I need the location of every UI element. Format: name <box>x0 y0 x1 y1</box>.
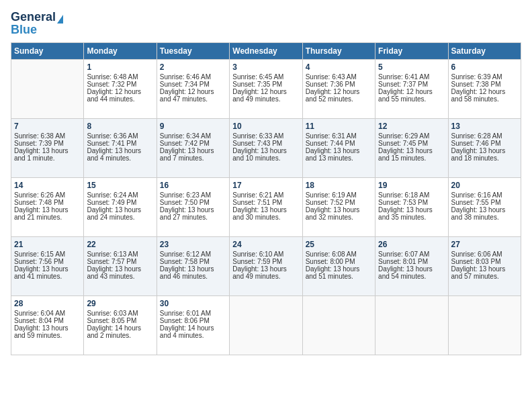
day-info: Sunset: 7:53 PM <box>378 199 445 206</box>
day-number: 15 <box>87 181 153 190</box>
day-info: Sunrise: 6:24 AM <box>87 191 153 199</box>
day-info: Daylight: 13 hours <box>232 147 299 154</box>
calendar-cell <box>448 295 521 355</box>
header-cell-saturday: Saturday <box>448 42 521 59</box>
day-info: and 43 minutes. <box>87 273 153 280</box>
day-info: Sunset: 7:44 PM <box>306 140 372 147</box>
day-number: 10 <box>232 122 299 131</box>
day-number: 7 <box>14 122 81 131</box>
day-info: Sunrise: 6:18 AM <box>378 191 445 199</box>
day-info: Sunset: 7:36 PM <box>306 81 372 88</box>
day-number: 4 <box>306 62 372 72</box>
day-info: Sunset: 7:49 PM <box>87 199 153 206</box>
day-number: 9 <box>160 122 226 131</box>
day-number: 28 <box>14 299 81 308</box>
day-info: Sunset: 7:38 PM <box>451 81 518 88</box>
calendar-cell: 16Sunrise: 6:23 AMSunset: 7:50 PMDayligh… <box>157 177 229 236</box>
day-info: and 49 minutes. <box>232 273 299 280</box>
calendar-cell: 19Sunrise: 6:18 AMSunset: 7:53 PMDayligh… <box>375 177 448 236</box>
calendar-cell: 22Sunrise: 6:13 AMSunset: 7:57 PMDayligh… <box>84 236 157 295</box>
calendar-cell: 4Sunrise: 6:43 AMSunset: 7:36 PMDaylight… <box>302 59 375 118</box>
header-cell-tuesday: Tuesday <box>157 42 229 59</box>
day-info: Daylight: 13 hours <box>160 206 226 214</box>
day-info: and 4 minutes. <box>87 154 153 162</box>
day-info: Sunrise: 6:31 AM <box>306 132 372 140</box>
day-info: Sunset: 7:34 PM <box>160 81 226 88</box>
day-info: and 44 minutes. <box>87 95 153 103</box>
day-number: 3 <box>232 62 299 72</box>
day-info: Daylight: 13 hours <box>378 147 445 154</box>
day-number: 6 <box>451 62 518 72</box>
day-info: and 38 minutes. <box>451 214 518 221</box>
day-info: and 4 minutes. <box>160 332 226 339</box>
day-number: 24 <box>232 240 299 249</box>
day-info: Daylight: 14 hours <box>87 324 153 332</box>
header-cell-friday: Friday <box>375 42 448 59</box>
day-info: Sunset: 7:43 PM <box>232 140 299 147</box>
calendar-cell: 26Sunrise: 6:07 AMSunset: 8:01 PMDayligh… <box>375 236 448 295</box>
day-number: 27 <box>451 240 518 249</box>
header-cell-sunday: Sunday <box>11 42 84 59</box>
header-cell-thursday: Thursday <box>302 42 375 59</box>
day-info: and 46 minutes. <box>160 273 226 280</box>
day-number: 8 <box>87 122 153 131</box>
day-info: Sunrise: 6:07 AM <box>378 250 445 258</box>
day-info: Sunrise: 6:04 AM <box>14 310 81 317</box>
day-info: Sunset: 7:55 PM <box>451 199 518 206</box>
day-info: Daylight: 13 hours <box>306 147 372 154</box>
day-number: 30 <box>160 299 226 308</box>
calendar-cell: 3Sunrise: 6:45 AMSunset: 7:35 PMDaylight… <box>230 59 302 118</box>
logo: General Blue <box>11 11 63 37</box>
day-number: 23 <box>160 240 226 249</box>
logo-blue: Blue <box>11 23 37 37</box>
day-info: and 30 minutes. <box>232 214 299 221</box>
calendar-cell: 6Sunrise: 6:39 AMSunset: 7:38 PMDaylight… <box>448 59 521 118</box>
day-info: Sunset: 7:51 PM <box>232 199 299 206</box>
calendar-cell: 30Sunrise: 6:01 AMSunset: 8:06 PMDayligh… <box>157 295 229 355</box>
calendar-cell: 8Sunrise: 6:36 AMSunset: 7:41 PMDaylight… <box>84 118 157 177</box>
day-number: 26 <box>378 240 445 249</box>
day-info: Sunrise: 6:43 AM <box>306 73 372 81</box>
day-info: Sunrise: 6:34 AM <box>160 132 226 140</box>
calendar-cell: 7Sunrise: 6:38 AMSunset: 7:39 PMDaylight… <box>11 118 84 177</box>
calendar-cell <box>302 295 375 355</box>
calendar-cell: 23Sunrise: 6:12 AMSunset: 7:58 PMDayligh… <box>157 236 229 295</box>
day-info: and 58 minutes. <box>451 95 518 103</box>
calendar-cell: 28Sunrise: 6:04 AMSunset: 8:04 PMDayligh… <box>11 295 84 355</box>
day-info: Sunrise: 6:10 AM <box>232 250 299 258</box>
day-info: Daylight: 12 hours <box>87 88 153 95</box>
day-info: and 35 minutes. <box>378 214 445 221</box>
day-info: Daylight: 12 hours <box>451 88 518 95</box>
calendar-cell: 10Sunrise: 6:33 AMSunset: 7:43 PMDayligh… <box>230 118 302 177</box>
day-info: Daylight: 13 hours <box>14 206 81 214</box>
header-cell-wednesday: Wednesday <box>230 42 302 59</box>
day-info: Sunset: 7:41 PM <box>87 140 153 147</box>
day-info: Daylight: 12 hours <box>160 88 226 95</box>
day-info: Sunrise: 6:16 AM <box>451 191 518 199</box>
calendar-cell: 18Sunrise: 6:19 AMSunset: 7:52 PMDayligh… <box>302 177 375 236</box>
day-info: Daylight: 12 hours <box>232 88 299 95</box>
day-info: and 32 minutes. <box>306 214 372 221</box>
day-info: and 57 minutes. <box>451 273 518 280</box>
day-info: Daylight: 13 hours <box>306 265 372 273</box>
day-number: 11 <box>306 122 372 131</box>
page-header: General Blue <box>11 11 521 37</box>
week-row-4: 21Sunrise: 6:15 AMSunset: 7:56 PMDayligh… <box>11 236 521 295</box>
calendar-cell: 17Sunrise: 6:21 AMSunset: 7:51 PMDayligh… <box>230 177 302 236</box>
day-info: Sunrise: 6:46 AM <box>160 73 226 81</box>
day-info: Sunset: 8:06 PM <box>160 317 226 324</box>
day-info: and 10 minutes. <box>232 154 299 162</box>
day-info: Sunrise: 6:28 AM <box>451 132 518 140</box>
day-info: Sunset: 8:00 PM <box>306 258 372 265</box>
day-number: 16 <box>160 181 226 190</box>
day-info: and 52 minutes. <box>306 95 372 103</box>
week-row-3: 14Sunrise: 6:26 AMSunset: 7:48 PMDayligh… <box>11 177 521 236</box>
day-info: Sunrise: 6:08 AM <box>306 250 372 258</box>
day-info: Daylight: 13 hours <box>14 265 81 273</box>
day-info: Sunrise: 6:15 AM <box>14 250 81 258</box>
calendar-cell: 5Sunrise: 6:41 AMSunset: 7:37 PMDaylight… <box>375 59 448 118</box>
day-info: Sunset: 7:58 PM <box>160 258 226 265</box>
day-info: and 59 minutes. <box>14 332 81 339</box>
day-number: 20 <box>451 181 518 190</box>
day-info: Sunrise: 6:38 AM <box>14 132 81 140</box>
